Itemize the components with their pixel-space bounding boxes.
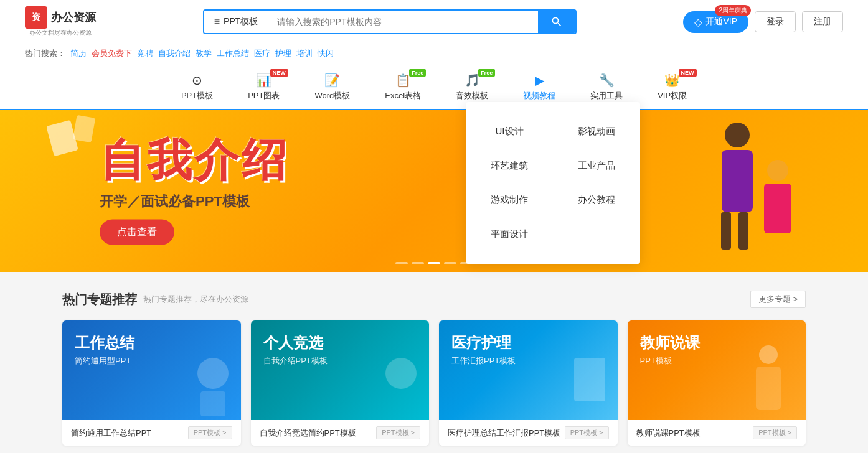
nav-item-chart[interactable]: NEW 📊 PPT图表 bbox=[230, 65, 297, 109]
main-nav: ⊙ PPT模板 NEW 📊 PPT图表 📝 Word模板 Free 📋 Exce… bbox=[0, 65, 868, 110]
hot-tag-jianyue[interactable]: 简历 bbox=[70, 48, 87, 59]
search-button[interactable] bbox=[538, 11, 575, 33]
topic-thumb-2: 医疗护理 工作汇报PPT模板 bbox=[439, 320, 618, 420]
search-area: ≡ PPT模板 bbox=[203, 9, 577, 34]
hot-tag-jiaoxue[interactable]: 教学 bbox=[196, 48, 212, 59]
topic-thumb-0: 工作总结 简约通用型PPT bbox=[62, 320, 241, 420]
topic-footer-3: 教师说课PPT模板 PPT模板 > bbox=[628, 420, 806, 446]
dropdown-empty bbox=[553, 217, 640, 251]
topic-name-1: 自我介绍竞选简约PPT模板 bbox=[260, 427, 356, 439]
word-icon: 📝 bbox=[324, 73, 340, 88]
dot-1[interactable] bbox=[395, 262, 408, 264]
nav-item-ppt[interactable]: ⊙ PPT模板 bbox=[164, 65, 230, 109]
topic-name-0: 简约通用工作总结PPT bbox=[71, 427, 151, 439]
section-subtitle: 热门专题推荐，尽在办公资源 bbox=[143, 294, 248, 305]
topic-card-1[interactable]: 个人竞选 自我介绍PPT模板 自我介绍竞选简约PPT模板 PPT模板 > bbox=[251, 320, 430, 446]
section-title-text: 热门专题推荐 bbox=[62, 291, 137, 308]
card-deco-3 bbox=[743, 345, 793, 420]
video-dropdown: UI设计 影视动画 环艺建筑 工业产品 游戏制作 办公教程 平面设计 bbox=[466, 102, 640, 264]
nav-label-tools: 实用工具 bbox=[590, 90, 623, 101]
dropdown-design[interactable]: 平面设计 bbox=[466, 217, 553, 251]
tools-icon: 🔧 bbox=[599, 73, 615, 88]
diamond-icon: ◇ bbox=[694, 16, 702, 28]
hot-tag-huli[interactable]: 护理 bbox=[275, 48, 291, 59]
topic-main-title-2: 医疗护理 bbox=[451, 333, 516, 353]
search-type-selector[interactable]: ≡ PPT模板 bbox=[204, 11, 269, 33]
vip-label: 开通VIP bbox=[705, 16, 737, 27]
topic-tag-2[interactable]: PPT模板 > bbox=[565, 426, 609, 439]
card-deco-1 bbox=[379, 358, 423, 414]
dropdown-film[interactable]: 影视动画 bbox=[553, 114, 640, 149]
dropdown-ui[interactable]: UI设计 bbox=[466, 114, 553, 149]
vip-button[interactable]: 2周年庆典 ◇ 开通VIP bbox=[683, 11, 748, 33]
hot-tag-ziwo[interactable]: 自我介绍 bbox=[158, 48, 191, 59]
logo-text: 办公资源 bbox=[51, 10, 96, 25]
topic-card-2[interactable]: 医疗护理 工作汇报PPT模板 医疗护理总结工作汇报PPT模板 PPT模板 > bbox=[439, 320, 618, 446]
hot-search-bar: 热门搜索： 简历 会员免费下 竞聘 自我介绍 教学 工作总结 医疗 护理 培训 … bbox=[0, 44, 868, 65]
nav-item-excel[interactable]: Free 📋 Excel表格 bbox=[367, 65, 438, 109]
topic-tag-1[interactable]: PPT模板 > bbox=[376, 426, 420, 439]
more-topics-button[interactable]: 更多专题 > bbox=[750, 291, 806, 308]
topic-overlay-0: 工作总结 简约通用型PPT bbox=[75, 333, 134, 367]
search-input[interactable] bbox=[268, 11, 537, 33]
register-button[interactable]: 注册 bbox=[802, 11, 843, 32]
dropdown-office[interactable]: 办公教程 bbox=[553, 183, 640, 217]
card-deco-2 bbox=[568, 358, 611, 414]
hot-tag-kuashan[interactable]: 快闪 bbox=[318, 48, 334, 59]
chart-icon: 📊 bbox=[256, 73, 271, 88]
dot-2[interactable] bbox=[412, 262, 424, 264]
dot-3[interactable] bbox=[428, 262, 440, 264]
banner-wrapper: 自我介绍 开学／面试必备PPT模板 点击查看 bbox=[0, 110, 868, 272]
main-content: 热门专题推荐 热门专题推荐，尽在办公资源 更多专题 > 工作总结 简约通用型PP… bbox=[0, 272, 868, 453]
topic-card-0[interactable]: 工作总结 简约通用型PPT 简约通用工作总结PPT PPT模板 > bbox=[62, 320, 241, 446]
free-badge-excel: Free bbox=[409, 69, 426, 77]
hot-tag-vip[interactable]: 会员免费下 bbox=[92, 48, 132, 59]
topic-sub-title-0: 简约通用型PPT bbox=[75, 355, 134, 367]
hot-tag-peixun[interactable]: 培训 bbox=[296, 48, 313, 59]
topic-tag-0[interactable]: PPT模板 > bbox=[188, 426, 232, 439]
topic-overlay-2: 医疗护理 工作汇报PPT模板 bbox=[451, 333, 516, 367]
hot-tag-yiliao[interactable]: 医疗 bbox=[254, 48, 270, 59]
logo-sub: 办公文档尽在办公资源 bbox=[29, 29, 92, 37]
topic-sub-title-3: PPT模板 bbox=[640, 355, 700, 367]
topic-sub-title-2: 工作汇报PPT模板 bbox=[451, 355, 516, 367]
hot-search-label: 热门搜索： bbox=[25, 48, 65, 59]
topic-footer-0: 简约通用工作总结PPT PPT模板 > bbox=[62, 420, 241, 446]
nav-label-vip: VIP权限 bbox=[658, 90, 687, 101]
hot-tag-gongzuo[interactable]: 工作总结 bbox=[217, 48, 249, 59]
login-button[interactable]: 登录 bbox=[755, 11, 796, 32]
dropdown-arch[interactable]: 环艺建筑 bbox=[466, 149, 553, 183]
nav-label-video: 视频教程 bbox=[523, 90, 555, 101]
topic-thumb-3: 教师说课 PPT模板 bbox=[628, 320, 806, 420]
nav-label-chart: PPT图表 bbox=[248, 90, 280, 101]
topic-name-3: 教师说课PPT模板 bbox=[636, 427, 701, 439]
nav-item-word[interactable]: 📝 Word模板 bbox=[298, 65, 368, 109]
card-deco-0 bbox=[191, 358, 235, 414]
header-right: 2周年庆典 ◇ 开通VIP 登录 注册 bbox=[683, 11, 843, 33]
banner-cta-button[interactable]: 点击查看 bbox=[100, 220, 174, 245]
dropdown-grid: UI设计 影视动画 环艺建筑 工业产品 游戏制作 办公教程 平面设计 bbox=[466, 114, 640, 251]
topic-grid: 工作总结 简约通用型PPT 简约通用工作总结PPT PPT模板 > 个人竞选 自… bbox=[62, 320, 806, 446]
topic-main-title-1: 个人竞选 bbox=[263, 333, 328, 353]
header: 资 办公资源 办公文档尽在办公资源 ≡ PPT模板 2周年庆典 ◇ 开通VIP … bbox=[0, 0, 868, 44]
topic-tag-3[interactable]: PPT模板 > bbox=[753, 426, 797, 439]
nav-item-vip[interactable]: NEW 👑 VIP权限 bbox=[640, 65, 704, 109]
hot-tag-jingpin[interactable]: 竞聘 bbox=[137, 48, 153, 59]
banner-illustration bbox=[669, 123, 793, 272]
dropdown-game[interactable]: 游戏制作 bbox=[466, 183, 553, 217]
dropdown-industrial[interactable]: 工业产品 bbox=[553, 149, 640, 183]
nav-label-word: Word模板 bbox=[315, 90, 351, 101]
nav-label-excel: Excel表格 bbox=[385, 90, 421, 101]
dot-4[interactable] bbox=[444, 262, 456, 264]
search-box: ≡ PPT模板 bbox=[203, 9, 577, 34]
section-title: 热门专题推荐 热门专题推荐，尽在办公资源 bbox=[62, 291, 248, 308]
menu-icon: ≡ bbox=[214, 16, 220, 27]
topic-overlay-1: 个人竞选 自我介绍PPT模板 bbox=[263, 333, 328, 367]
logo[interactable]: 资 办公资源 办公文档尽在办公资源 bbox=[25, 6, 96, 37]
nav-label-ppt: PPT模板 bbox=[181, 90, 213, 101]
section-header: 热门专题推荐 热门专题推荐，尽在办公资源 更多专题 > bbox=[62, 291, 806, 308]
topic-card-3[interactable]: 教师说课 PPT模板 教师说课PPT模板 PPT模板 > bbox=[628, 320, 806, 446]
nav-label-audio: 音效模板 bbox=[456, 90, 488, 101]
topic-overlay-3: 教师说课 PPT模板 bbox=[640, 333, 700, 367]
topic-main-title-3: 教师说课 bbox=[640, 333, 700, 353]
